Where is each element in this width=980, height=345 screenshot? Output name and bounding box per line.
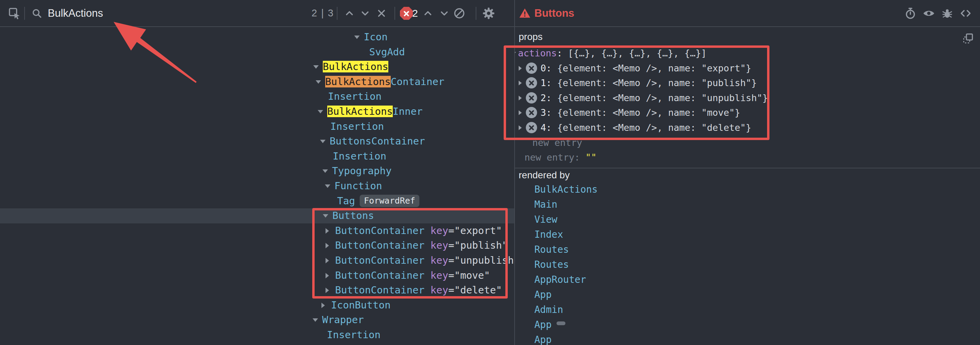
tree-row[interactable]: Typography	[0, 164, 514, 179]
tree-row[interactable]: Insertion	[0, 149, 514, 164]
colon: :	[546, 63, 557, 73]
rendered-by-item[interactable]: Main	[535, 197, 557, 212]
rendered-by-item[interactable]: App	[535, 317, 565, 332]
log-to-console-button[interactable]	[940, 6, 954, 20]
tree-row[interactable]: ButtonContainer key="move"	[0, 268, 514, 283]
tree-row[interactable]: ButtonContainer key="export"	[0, 224, 514, 238]
tree-row[interactable]: BulkActions	[0, 59, 514, 75]
rendered-by-item[interactable]: Index	[535, 227, 563, 242]
expand-caret-icon[interactable]	[326, 258, 329, 264]
collapse-caret-icon[interactable]	[313, 318, 318, 322]
tree-row[interactable]: ButtonContainer key="delete"	[0, 283, 514, 298]
component-name: Insertion	[330, 121, 384, 132]
view-source-button[interactable]	[959, 6, 972, 20]
settings-button[interactable]	[482, 6, 495, 20]
clear-search-button[interactable]	[375, 6, 388, 20]
expand-caret-icon[interactable]	[326, 273, 329, 278]
expand-caret-icon[interactable]	[519, 66, 522, 71]
remove-entry-icon[interactable]	[526, 107, 537, 118]
expand-caret-icon[interactable]	[326, 243, 329, 248]
suspense-toggle-button[interactable]	[904, 6, 917, 20]
tree-row[interactable]: ButtonContainer key="publish"	[0, 238, 514, 253]
tree-row[interactable]: Wrapper	[0, 313, 514, 327]
tree-row[interactable]: IconButton	[0, 298, 514, 313]
tree-row[interactable]: Insertion	[0, 119, 514, 134]
tree-row[interactable]: BulkActionsContainer	[0, 75, 514, 89]
component-name: Insertion	[328, 91, 382, 102]
prop-name: 1	[541, 78, 546, 88]
tree-row[interactable]: ButtonsContainer	[0, 134, 514, 149]
tree-row-label: ButtonsContainer	[329, 134, 425, 149]
tree-row[interactable]: TagForwardRef	[0, 194, 514, 209]
selected-component-title: Buttons	[535, 0, 574, 26]
prop-text: new entry: ""	[525, 150, 597, 165]
collapse-caret-icon[interactable]	[316, 80, 321, 84]
copy-props-button[interactable]	[961, 32, 975, 45]
collapse-caret-icon[interactable]	[515, 52, 516, 55]
inspect-element-button[interactable]	[8, 6, 21, 20]
tree-row[interactable]: Buttons	[0, 208, 514, 224]
tree-row[interactable]: Insertion	[0, 327, 514, 343]
expand-caret-icon[interactable]	[519, 96, 522, 101]
next-result-button[interactable]	[358, 6, 372, 20]
expand-caret-icon[interactable]	[326, 228, 329, 234]
component-name: ButtonContainer	[335, 254, 430, 266]
rendered-by-item[interactable]: AppRouter	[535, 272, 586, 287]
tree-row-label: TagForwardRef	[337, 194, 419, 209]
remove-entry-icon[interactable]	[526, 62, 537, 74]
rendered-by-section-label: rendered by	[519, 168, 570, 182]
component-name: ButtonContainer	[335, 225, 430, 236]
search-icon	[30, 6, 44, 20]
remove-entry-icon[interactable]	[526, 92, 537, 104]
suppress-errors-button[interactable]	[452, 6, 466, 20]
component-name: key	[430, 284, 448, 296]
collapse-caret-icon[interactable]	[323, 214, 328, 217]
previous-error-button[interactable]	[421, 6, 435, 20]
remove-entry-icon[interactable]	[526, 77, 537, 88]
collapse-caret-icon[interactable]	[313, 65, 319, 69]
chevron-down-icon	[359, 7, 371, 19]
collapse-caret-icon[interactable]	[354, 35, 360, 39]
tree-row[interactable]: ButtonContainer key="unpublish"	[0, 253, 514, 268]
inspected-element-panel: props actions: [{…}, {…}, {…}, {…}, {…}]…	[515, 27, 980, 345]
rendered-by-item[interactable]: Routes	[535, 242, 569, 257]
expand-caret-icon[interactable]	[519, 81, 522, 85]
tree-row[interactable]: Icon	[0, 30, 514, 45]
expand-caret-icon[interactable]	[519, 110, 522, 115]
prop-name: 4	[541, 122, 546, 133]
rendered-by-item[interactable]: App	[535, 287, 552, 302]
rendered-by-item[interactable]: App	[535, 332, 552, 345]
rendered-by-item[interactable]: Admin	[535, 302, 563, 317]
tree-row[interactable]: Function	[0, 179, 514, 194]
tree-row-label: Icon	[364, 30, 388, 45]
expand-caret-icon[interactable]	[326, 288, 329, 293]
collapse-caret-icon[interactable]	[320, 140, 326, 143]
search-input[interactable]: BulkActions	[48, 0, 103, 26]
next-error-button[interactable]	[438, 6, 451, 20]
component-name: Function	[334, 180, 382, 192]
remove-entry-icon[interactable]	[526, 122, 537, 133]
tree-row-label: Typography	[332, 164, 392, 179]
toolbar-separator	[337, 7, 337, 20]
error-count-badge	[400, 7, 413, 20]
collapse-caret-icon[interactable]	[318, 110, 323, 113]
inspect-dom-button[interactable]	[922, 6, 935, 20]
tree-row[interactable]: Insertion	[0, 89, 514, 104]
tree-row[interactable]: BulkActionsInner	[0, 104, 514, 119]
component-name: Icon	[364, 31, 388, 43]
collapse-caret-icon[interactable]	[325, 184, 330, 188]
expand-caret-icon[interactable]	[321, 303, 325, 308]
previous-result-button[interactable]	[343, 6, 356, 20]
chevron-up-icon	[422, 7, 434, 19]
prop-value: [{…}, {…}, {…}, {…}, {…}]	[568, 48, 706, 58]
tree-row-label: Insertion	[327, 327, 380, 343]
expand-caret-icon[interactable]	[519, 125, 522, 130]
collapse-caret-icon[interactable]	[323, 169, 328, 173]
tree-row[interactable]: SvgAdd	[0, 45, 514, 60]
rendered-by-item[interactable]: BulkActions	[535, 182, 598, 197]
tree-row-label: Buttons	[332, 208, 374, 224]
rendered-by-item[interactable]: Routes	[535, 257, 569, 272]
rendered-by-item[interactable]: View	[535, 212, 557, 227]
prop-name: new entry	[525, 152, 574, 163]
tree-row-label: BulkActions	[323, 59, 388, 75]
